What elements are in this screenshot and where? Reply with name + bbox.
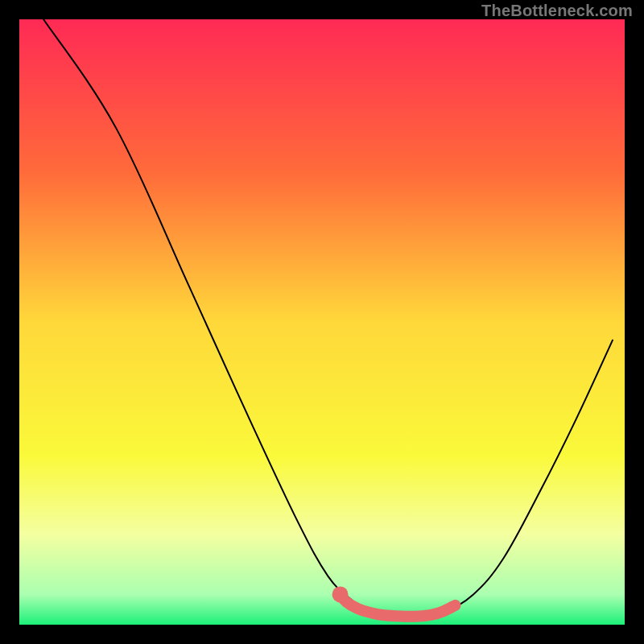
chart-svg <box>0 0 644 644</box>
watermark-label: TheBottleneck.com <box>481 2 633 20</box>
plot-background <box>19 19 625 625</box>
highlight-dot <box>332 586 349 602</box>
bottleneck-chart <box>0 0 644 644</box>
